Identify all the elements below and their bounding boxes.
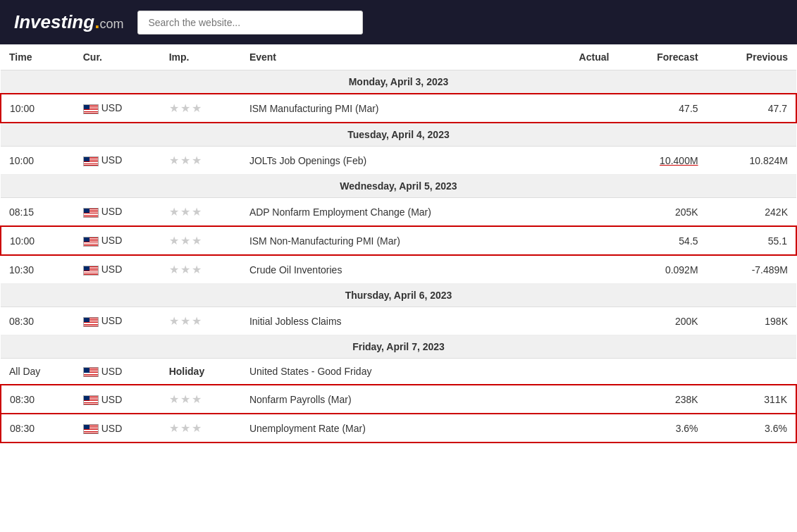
cell-previous: 10.824M <box>707 147 796 175</box>
cell-currency: USD <box>75 255 161 284</box>
cell-importance: ★★★ <box>161 198 241 227</box>
table-row: 08:30USD★★★Initial Jobless Claims200K198… <box>1 307 796 335</box>
currency-label: USD <box>101 366 123 377</box>
cell-forecast: 54.5 <box>617 226 706 255</box>
us-flag <box>83 395 99 405</box>
day-header-row: Tuesday, April 4, 2023 <box>1 123 796 147</box>
logo-dot: . <box>94 11 99 33</box>
holiday-label: Holiday <box>169 366 205 377</box>
importance-stars: ★★★ <box>169 422 203 434</box>
cell-currency: USD <box>75 414 161 443</box>
col-time: Time <box>1 44 75 70</box>
us-flag <box>83 424 99 434</box>
day-header-row: Thursday, April 6, 2023 <box>1 284 796 307</box>
cell-event: JOLTs Job Openings (Feb) <box>241 147 545 175</box>
cell-forecast: 3.6% <box>617 414 706 443</box>
col-currency: Cur. <box>75 44 161 70</box>
cell-currency: USD <box>75 94 161 123</box>
table-row: All DayUSDHolidayUnited States - Good Fr… <box>1 359 796 385</box>
cell-forecast: 205K <box>617 198 706 227</box>
us-flag <box>83 367 99 377</box>
cell-previous <box>707 359 796 385</box>
col-forecast: Forecast <box>617 44 706 70</box>
cell-event: United States - Good Friday <box>241 359 545 385</box>
cell-time: All Day <box>1 359 75 385</box>
col-actual: Actual <box>545 44 617 70</box>
cell-event: ADP Nonfarm Employment Change (Mar) <box>241 198 545 227</box>
col-previous: Previous <box>707 44 796 70</box>
cell-currency: USD <box>75 307 161 335</box>
economic-calendar-table: Time Cur. Imp. Event Actual Forecast Pre… <box>0 44 797 443</box>
cell-event: ISM Manufacturing PMI (Mar) <box>241 94 545 123</box>
cell-importance: ★★★ <box>161 385 241 414</box>
cell-time: 08:30 <box>1 307 75 335</box>
cell-actual <box>545 226 617 255</box>
cell-previous: 242K <box>707 198 796 227</box>
table-row: 08:30USD★★★Nonfarm Payrolls (Mar)238K311… <box>1 385 796 414</box>
cell-actual <box>545 307 617 335</box>
column-headers: Time Cur. Imp. Event Actual Forecast Pre… <box>1 44 796 70</box>
cell-time: 08:30 <box>1 414 75 443</box>
table-row: 10:00USD★★★JOLTs Job Openings (Feb)10.40… <box>1 147 796 175</box>
cell-previous: -7.489M <box>707 255 796 284</box>
importance-stars: ★★★ <box>169 206 203 218</box>
currency-label: USD <box>101 315 123 326</box>
table-row: 10:30USD★★★Crude Oil Inventories0.092M-7… <box>1 255 796 284</box>
cell-time: 10:00 <box>1 147 75 175</box>
table-container: Time Cur. Imp. Event Actual Forecast Pre… <box>0 44 797 443</box>
cell-importance: ★★★ <box>161 226 241 255</box>
cell-actual <box>545 414 617 443</box>
cell-actual <box>545 198 617 227</box>
importance-stars: ★★★ <box>169 264 203 276</box>
importance-stars: ★★★ <box>169 315 203 327</box>
cell-event: Initial Jobless Claims <box>241 307 545 335</box>
search-input[interactable] <box>137 11 363 35</box>
importance-stars: ★★★ <box>169 235 203 247</box>
table-row: 08:15USD★★★ADP Nonfarm Employment Change… <box>1 198 796 227</box>
cell-importance: Holiday <box>161 359 241 385</box>
currency-label: USD <box>101 235 123 246</box>
col-event: Event <box>241 44 545 70</box>
currency-label: USD <box>101 423 123 434</box>
cell-currency: USD <box>75 385 161 414</box>
header: Investing.com <box>0 0 797 44</box>
us-flag <box>83 156 99 166</box>
cell-time: 10:30 <box>1 255 75 284</box>
col-importance: Imp. <box>161 44 241 70</box>
cell-currency: USD <box>75 147 161 175</box>
currency-label: USD <box>101 264 123 275</box>
us-flag <box>83 266 99 276</box>
table-row: 10:00USD★★★ISM Non-Manufacturing PMI (Ma… <box>1 226 796 255</box>
cell-importance: ★★★ <box>161 414 241 443</box>
cell-previous: 198K <box>707 307 796 335</box>
cell-previous: 311K <box>707 385 796 414</box>
currency-label: USD <box>101 102 123 113</box>
cell-importance: ★★★ <box>161 147 241 175</box>
cell-forecast: 238K <box>617 385 706 414</box>
logo: Investing.com <box>14 11 123 33</box>
cell-event: Nonfarm Payrolls (Mar) <box>241 385 545 414</box>
importance-stars: ★★★ <box>169 393 203 405</box>
logo-investing: Investing <box>14 11 94 33</box>
cell-importance: ★★★ <box>161 94 241 123</box>
cell-time: 08:30 <box>1 385 75 414</box>
forecast-underlined: 10.400M <box>660 155 698 166</box>
importance-stars: ★★★ <box>169 102 203 114</box>
us-flag <box>83 317 99 327</box>
cell-forecast: 47.5 <box>617 94 706 123</box>
logo-com: com <box>99 17 123 32</box>
cell-previous: 3.6% <box>707 414 796 443</box>
cell-actual <box>545 147 617 175</box>
importance-stars: ★★★ <box>169 154 203 166</box>
cell-currency: USD <box>75 359 161 385</box>
cell-time: 10:00 <box>1 226 75 255</box>
currency-label: USD <box>101 154 123 166</box>
cell-time: 08:15 <box>1 198 75 227</box>
cell-actual <box>545 255 617 284</box>
currency-label: USD <box>101 394 123 405</box>
cell-forecast <box>617 359 706 385</box>
cell-previous: 55.1 <box>707 226 796 255</box>
day-header-row: Friday, April 7, 2023 <box>1 335 796 359</box>
cell-time: 10:00 <box>1 94 75 123</box>
cell-actual <box>545 385 617 414</box>
